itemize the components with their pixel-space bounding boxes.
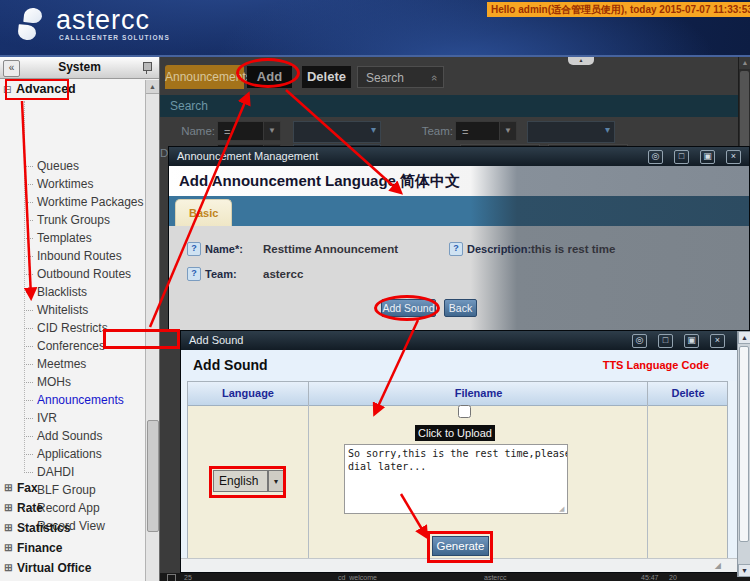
field-description-label: Description: <box>467 242 531 256</box>
sidebar-item-inbound-routes[interactable]: Inbound Routes <box>0 247 145 265</box>
delete-button[interactable]: Delete <box>302 66 351 88</box>
dialog-titlebar[interactable]: Announcement Management ◎ □ ▣ × <box>169 147 749 166</box>
search-panel-header: Search <box>160 95 738 117</box>
search-dropdown[interactable]: Search « <box>357 66 444 88</box>
sidebar-item-whitelists[interactable]: Whitelists <box>0 301 145 319</box>
tts-language-code-link[interactable]: TTS Language Code <box>603 350 709 381</box>
scroll-up-icon[interactable]: ▲ <box>739 57 750 69</box>
scroll-down-icon[interactable]: ▼ <box>738 564 750 577</box>
combo-chevron-icon: ▾ <box>371 124 376 135</box>
dialog-scrollbar-thumb[interactable] <box>739 346 749 542</box>
name-operator-select[interactable]: = ▼ <box>217 121 281 141</box>
tab-announcements[interactable]: Announcements <box>165 65 244 89</box>
name-value-combo[interactable]: ▾ <box>293 121 381 143</box>
sidebar-item-trunk-groups[interactable]: Trunk Groups <box>0 211 145 229</box>
pin-icon[interactable] <box>141 61 153 74</box>
scroll-up-icon[interactable]: ▲ <box>146 80 159 94</box>
dialog-scrollbar[interactable]: ▲ ▼ <box>737 331 750 577</box>
sidebar-header: « System <box>0 57 159 79</box>
main-scrollbar-thumb[interactable] <box>740 71 749 155</box>
sidebar-item-advanced[interactable]: ⊟ Advanced <box>0 80 145 99</box>
column-filename: Filename <box>308 382 648 405</box>
team-label: Team: <box>415 123 453 139</box>
column-delete: Delete <box>647 382 728 405</box>
sidebar-item-add-sounds[interactable]: Add Sounds <box>0 427 145 445</box>
dropdown-icon: ▼ <box>263 122 280 140</box>
sidebar-item-cid-restricts[interactable]: CID Restricts <box>0 319 145 337</box>
screen: astercc CALLLCENTER SOLUTIONS Hello admi… <box>0 0 750 581</box>
astercc-logo-icon <box>17 24 36 41</box>
sidebar-scrollbar-thumb[interactable] <box>147 420 159 532</box>
tree-collapsed-icon: ⊞ <box>4 498 12 518</box>
add-sound-button[interactable]: Add Sound <box>381 299 436 317</box>
scroll-up-icon[interactable]: ▲ <box>738 331 750 344</box>
sidebar-item-outbound-routes[interactable]: Outbound Routes <box>0 265 145 283</box>
dialog-heading-band: Add Sound TTS Language Code <box>181 350 749 381</box>
sidebar-item-templates[interactable]: Templates <box>0 229 145 247</box>
table-header-row: Language Filename Delete <box>188 382 727 406</box>
help-icon[interactable]: ? <box>187 267 201 281</box>
sidebar-scrollbar[interactable]: ▲ <box>145 80 159 581</box>
row-checkbox <box>167 574 176 581</box>
team-operator-select[interactable]: = ▼ <box>455 121 517 141</box>
help-icon[interactable]: ? <box>449 242 463 256</box>
click-to-upload-button[interactable]: Click to Upload <box>415 425 495 441</box>
sidebar-item-applications[interactable]: Applications <box>0 445 145 463</box>
window-restore-icon[interactable]: ◎ <box>648 150 663 164</box>
window-close-icon[interactable]: × <box>710 334 725 348</box>
sidebar-item-mohs[interactable]: MOHs <box>0 373 145 391</box>
sidebar-item-fax[interactable]: ⊞Fax <box>0 478 145 498</box>
window-restore-icon[interactable]: ◎ <box>632 334 647 348</box>
sidebar-item-rate[interactable]: ⊞Rate <box>0 498 145 518</box>
language-select-arrow-icon[interactable]: ▾ <box>268 470 284 492</box>
sidebar-item-meetmes[interactable]: Meetmes <box>0 355 145 373</box>
language-select[interactable]: English <box>213 470 268 492</box>
dialog-resize-grip-icon[interactable]: ◢ <box>715 561 721 570</box>
help-icon[interactable]: ? <box>187 242 201 256</box>
sidebar-item-worktime-packages[interactable]: Worktime Packages <box>0 193 145 211</box>
window-close-icon[interactable]: × <box>726 150 741 164</box>
team-value-combo[interactable]: ▾ <box>527 121 615 143</box>
sidebar-item-announcements[interactable]: Announcements <box>0 391 145 409</box>
welcome-banner: Hello admin(适合管理员使用), today 2015-07-07 1… <box>487 2 750 17</box>
tree-collapsed-icon: ⊞ <box>4 538 12 558</box>
filename-checkbox[interactable] <box>458 405 471 418</box>
astercc-logo-icon <box>23 7 42 24</box>
field-description-value: this is rest time <box>531 242 615 256</box>
field-name-value: Resttime Announcement <box>263 242 398 256</box>
sidebar-item-ivr[interactable]: IVR <box>0 409 145 427</box>
logo-text: astercc <box>56 5 150 36</box>
add-sound-dialog: Add Sound ◎ □ ▣ × Add Sound TTS Language… <box>180 330 750 573</box>
row-cell: cd_welcome <box>338 573 377 581</box>
field-team-value: astercc <box>263 267 303 281</box>
window-controls: ◎ □ ▣ × <box>624 334 725 347</box>
tree-expanded-icon[interactable]: ⊟ <box>3 80 11 99</box>
window-controls: ◎ □ ▣ × <box>640 150 741 163</box>
sidebar-item-statistics[interactable]: ⊞Statistics <box>0 518 145 538</box>
sidebar-item-queues[interactable]: Queues <box>0 157 145 175</box>
sidebar-item-blacklists[interactable]: Blacklists <box>0 283 145 301</box>
field-team-label: Team: <box>205 267 237 281</box>
column-divider <box>308 405 309 560</box>
tts-text-area[interactable]: So sorry,this is the rest time,please di… <box>344 444 568 514</box>
collapse-handle[interactable]: ▲ <box>568 57 594 65</box>
sidebar-item-finance[interactable]: ⊞Finance <box>0 538 145 558</box>
textarea-resize-grip-icon[interactable]: ◢ <box>559 505 564 513</box>
sidebar-title: System <box>0 57 159 78</box>
generate-button[interactable]: Generate <box>432 536 489 556</box>
tree-collapsed-icon: ⊞ <box>4 518 12 538</box>
window-maximize-icon[interactable]: □ <box>674 150 689 164</box>
sidebar-collapse-button[interactable]: « <box>3 60 20 77</box>
tab-basic[interactable]: Basic <box>175 199 232 226</box>
sidebar-item-worktimes[interactable]: Worktimes <box>0 175 145 193</box>
add-button[interactable]: Add <box>247 66 292 88</box>
sidebar-item-conferences[interactable]: Conferences <box>0 337 145 355</box>
window-shade-icon[interactable]: ▣ <box>700 150 715 164</box>
sidebar-item-virtual-office[interactable]: ⊞Virtual Office <box>0 558 145 578</box>
back-button[interactable]: Back <box>444 299 477 317</box>
dialog-tabstrip: Basic <box>169 196 749 226</box>
row-cell: 20 <box>669 573 677 581</box>
window-maximize-icon[interactable]: □ <box>658 334 673 348</box>
window-shade-icon[interactable]: ▣ <box>684 334 699 348</box>
dialog-titlebar[interactable]: Add Sound ◎ □ ▣ × <box>181 331 749 350</box>
